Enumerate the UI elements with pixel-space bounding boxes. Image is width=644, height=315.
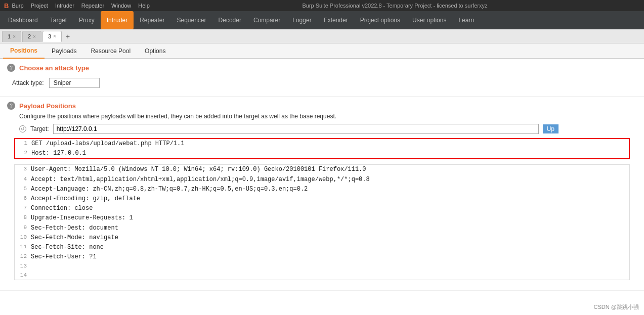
nav-item-decoder[interactable]: Decoder xyxy=(212,11,247,29)
subtab-payloads[interactable]: Payloads xyxy=(45,43,83,59)
tab-label: 3 xyxy=(48,33,51,39)
navbar: DashboardTargetProxyIntruderRepeaterSequ… xyxy=(0,11,644,29)
request-line: 10Sec-Fetch-Mode: navigate xyxy=(15,233,629,243)
line-number: 9 xyxy=(17,223,31,233)
update-button[interactable]: Up xyxy=(543,124,559,133)
subtabs-row: PositionsPayloadsResource PoolOptions xyxy=(0,43,644,59)
tab-close[interactable]: × xyxy=(53,33,56,39)
line-number: 6 xyxy=(17,194,31,204)
add-tab-button[interactable]: + xyxy=(63,32,73,40)
menu-intruder[interactable]: Intruder xyxy=(55,3,74,9)
line-number: 3 xyxy=(17,165,31,174)
request-line: 1GET /upload-labs/upload/webat.php HTTP/… xyxy=(15,139,629,149)
line-content: GET /upload-labs/upload/webat.php HTTP/1… xyxy=(31,139,184,149)
target-label: Target: xyxy=(30,125,49,132)
attack-type-section: ? Choose an attack type Attack type: Sni… xyxy=(0,59,644,97)
line-number: 13 xyxy=(17,262,31,271)
nav-item-dashboard[interactable]: Dashboard xyxy=(2,11,44,29)
subtab-options[interactable]: Options xyxy=(138,43,173,59)
menu-repeater[interactable]: Repeater xyxy=(81,3,104,9)
nav-item-comparer[interactable]: Comparer xyxy=(247,11,286,29)
payload-positions-section: ? Payload Positions Configure the positi… xyxy=(0,97,644,291)
line-content: Sec-Fetch-Site: none xyxy=(31,243,104,252)
request-area[interactable]: 3User-Agent: Mozilla/5.0 (Windows NT 10.… xyxy=(14,164,630,280)
line-content: Accept-Encoding: gzip, deflate xyxy=(31,194,140,204)
request-line: 12Sec-Fetch-User: ?1 xyxy=(15,252,629,262)
subtab-positions[interactable]: Positions xyxy=(3,43,45,59)
titlebar-menus: Burp Project Intruder Repeater Window He… xyxy=(12,3,149,9)
line-content: Sec-Fetch-User: ?1 xyxy=(31,252,97,262)
target-row: ↺ Target: Up xyxy=(19,124,637,134)
line-content: Accept-Language: zh-CN,zh;q=0.8,zh-TW;q=… xyxy=(31,185,308,194)
request-line: 13 xyxy=(15,262,629,271)
payload-positions-desc: Configure the positions where payloads w… xyxy=(19,113,637,120)
nav-item-extender[interactable]: Extender xyxy=(318,11,354,29)
tab-2[interactable]: 2× xyxy=(22,31,41,42)
tab-3[interactable]: 3× xyxy=(42,31,62,42)
nav-item-project-options[interactable]: Project options xyxy=(354,11,406,29)
nav-item-sequencer[interactable]: Sequencer xyxy=(171,11,212,29)
line-number: 4 xyxy=(17,175,31,185)
watermark: CSDN @跳跳小强 xyxy=(594,303,639,311)
line-number: 8 xyxy=(17,213,31,223)
request-line: 14 xyxy=(15,271,629,280)
nav-item-learn[interactable]: Learn xyxy=(452,11,480,29)
request-line: 6Accept-Encoding: gzip, deflate xyxy=(15,194,629,204)
line-content: Accept: text/html,application/xhtml+xml,… xyxy=(31,175,370,185)
target-input[interactable] xyxy=(53,124,539,134)
line-number: 11 xyxy=(17,243,31,252)
attack-type-value: Sniper xyxy=(49,78,100,88)
nav-item-user-options[interactable]: User options xyxy=(406,11,452,29)
target-refresh-icon[interactable]: ↺ xyxy=(19,125,26,132)
line-content: User-Agent: Mozilla/5.0 (Windows NT 10.0… xyxy=(31,165,366,174)
titlebar: B Burp Project Intruder Repeater Window … xyxy=(0,0,644,11)
nav-item-repeater[interactable]: Repeater xyxy=(134,11,170,29)
request-line: 8Upgrade-Insecure-Requests: 1 xyxy=(15,213,629,223)
payload-positions-help-icon[interactable]: ? xyxy=(7,102,15,110)
nav-item-target[interactable]: Target xyxy=(44,11,73,29)
line-content: Upgrade-Insecure-Requests: 1 xyxy=(31,213,133,223)
attack-type-header: ? Choose an attack type xyxy=(7,64,637,72)
nav-item-proxy[interactable]: Proxy xyxy=(73,11,101,29)
content-area: ? Choose an attack type Attack type: Sni… xyxy=(0,59,644,315)
request-line: 11Sec-Fetch-Site: none xyxy=(15,243,629,252)
request-line: 3User-Agent: Mozilla/5.0 (Windows NT 10.… xyxy=(15,165,629,174)
request-container: 1GET /upload-labs/upload/webat.php HTTP/… xyxy=(7,138,637,280)
nav-item-intruder[interactable]: Intruder xyxy=(101,11,134,29)
burp-logo: B xyxy=(4,2,9,10)
line-content: Sec-Fetch-Dest: document xyxy=(31,223,118,233)
tabs-row: 1×2×3×+ xyxy=(0,29,644,43)
menu-burp[interactable]: Burp xyxy=(12,3,23,9)
line-number: 1 xyxy=(17,139,31,149)
attack-type-row: Attack type: Sniper xyxy=(7,75,637,91)
line-number: 10 xyxy=(17,233,31,243)
window-title: Burp Suite Professional v2022.8 - Tempor… xyxy=(302,3,487,9)
request-line: 9Sec-Fetch-Dest: document xyxy=(15,223,629,233)
tab-label: 1 xyxy=(8,33,11,39)
tab-close[interactable]: × xyxy=(13,34,16,39)
payload-positions-header: ? Payload Positions xyxy=(7,102,637,110)
menu-help[interactable]: Help xyxy=(138,3,150,9)
request-line: 2Host: 127.0.0.1 xyxy=(15,149,629,158)
line-content: Connection: close xyxy=(31,204,93,213)
nav-item-logger[interactable]: Logger xyxy=(286,11,317,29)
attack-type-help-icon[interactable]: ? xyxy=(7,64,15,72)
line-number: 2 xyxy=(17,149,31,158)
menu-window[interactable]: Window xyxy=(111,3,131,9)
line-number: 12 xyxy=(17,252,31,262)
request-line: 7Connection: close xyxy=(15,204,629,213)
line-number: 14 xyxy=(17,271,31,280)
line-content: Sec-Fetch-Mode: navigate xyxy=(31,233,118,243)
line-content: Host: 127.0.0.1 xyxy=(31,149,86,158)
attack-type-label: Attack type: xyxy=(12,79,44,86)
payload-positions-title: Payload Positions xyxy=(19,102,76,110)
highlighted-request-box: 1GET /upload-labs/upload/webat.php HTTP/… xyxy=(14,138,630,159)
subtab-resource-pool[interactable]: Resource Pool xyxy=(83,43,138,59)
tab-label: 2 xyxy=(28,33,31,39)
line-number: 7 xyxy=(17,204,31,213)
request-line: 4Accept: text/html,application/xhtml+xml… xyxy=(15,175,629,185)
tab-1[interactable]: 1× xyxy=(2,31,21,42)
tab-close[interactable]: × xyxy=(33,34,36,39)
line-number: 5 xyxy=(17,185,31,194)
menu-project[interactable]: Project xyxy=(31,3,48,9)
